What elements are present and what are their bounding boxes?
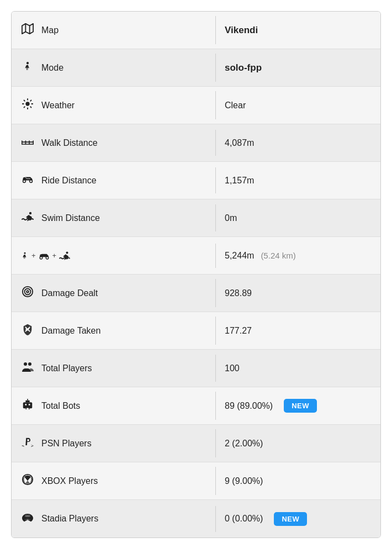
svg-point-3 [27, 62, 29, 64]
walk-value: 4,087m [225, 138, 254, 148]
stadia-label: Stadia Players [41, 514, 98, 524]
damage-taken-icon [20, 323, 35, 338]
table-row: PSN Players 2 (2.00%) [12, 425, 380, 462]
table-row: Swim Distance 0m [12, 199, 380, 237]
swim-label: Swim Distance [41, 213, 100, 223]
svg-rect-18 [33, 140, 34, 145]
map-icon [20, 23, 35, 38]
svg-rect-31 [23, 402, 33, 408]
label-cell-combined: + + [12, 244, 216, 268]
svg-rect-15 [22, 144, 34, 145]
label-cell-psn: PSN Players [12, 429, 216, 457]
weather-icon [20, 98, 35, 113]
swim-icon [20, 211, 35, 225]
svg-rect-32 [25, 404, 27, 405]
value-cell-damage-dealt: 928.89 [216, 282, 380, 305]
xbox-icon [20, 473, 35, 488]
svg-point-29 [24, 362, 27, 366]
plus-1: + [31, 251, 36, 260]
svg-line-11 [30, 101, 31, 101]
combined-walk-icon [20, 250, 29, 261]
ride-value: 1,157m [225, 176, 254, 186]
stadia-value: 0 (0.00%) [225, 514, 263, 524]
map-label: Map [41, 25, 59, 35]
svg-point-24 [46, 256, 49, 259]
bot-icon [20, 398, 35, 413]
label-cell-swim: Swim Distance [12, 204, 216, 231]
svg-point-4 [25, 102, 29, 106]
svg-line-12 [24, 107, 25, 107]
table-row: Mode solo-fpp [12, 49, 380, 87]
value-cell-xbox: 9 (9.00%) [216, 470, 380, 493]
label-cell-ride: Ride Distance [12, 167, 216, 193]
svg-point-39 [25, 515, 30, 517]
ride-icon [20, 174, 35, 187]
svg-rect-34 [27, 408, 29, 409]
combined-car-icon [38, 251, 50, 260]
table-row: Weather Clear [12, 87, 380, 124]
svg-point-28 [27, 291, 29, 293]
table-row: Map Vikendi [12, 12, 380, 49]
plus-2: + [52, 251, 57, 260]
svg-line-9 [24, 101, 25, 101]
label-cell-damage-dealt: Damage Dealt [12, 279, 216, 307]
label-cell-stadia: Stadia Players [12, 506, 216, 532]
stats-table: Map Vikendi Mode solo-fpp [11, 11, 381, 538]
value-cell-walk: 4,087m [216, 131, 380, 155]
svg-marker-0 [22, 24, 33, 34]
label-cell-xbox: XBOX Players [12, 467, 216, 495]
svg-line-10 [30, 107, 31, 107]
stadia-badge: NEW [274, 512, 307, 526]
label-cell-walk: Walk Distance [12, 130, 216, 156]
value-cell-swim: 0m [216, 207, 380, 230]
total-players-value: 100 [225, 363, 240, 373]
combined-value: 5,244m [225, 251, 254, 261]
svg-rect-17 [29, 140, 30, 145]
walk-icon [20, 136, 35, 149]
value-cell-damage-taken: 177.27 [216, 319, 380, 342]
svg-rect-13 [22, 141, 34, 143]
weather-value: Clear [225, 101, 246, 110]
damage-taken-label: Damage Taken [41, 326, 100, 336]
value-cell-ride: 1,157m [216, 169, 380, 192]
ride-label: Ride Distance [41, 176, 97, 186]
table-row: Ride Distance 1,157m [12, 162, 380, 199]
value-cell-weather: Clear [216, 94, 380, 117]
stadia-icon [20, 513, 35, 525]
total-players-icon [20, 361, 35, 375]
svg-point-30 [28, 362, 31, 366]
label-cell-weather: Weather [12, 91, 216, 119]
psn-value: 2 (2.00%) [225, 439, 263, 449]
damage-dealt-label: Damage Dealt [41, 288, 98, 298]
svg-point-20 [30, 180, 33, 183]
svg-point-37 [27, 399, 28, 400]
total-bots-badge: NEW [284, 399, 317, 413]
svg-point-22 [24, 252, 26, 254]
value-cell-stadia: 0 (0.00%) NEW [216, 505, 380, 533]
svg-point-25 [66, 251, 68, 254]
svg-point-23 [40, 256, 43, 259]
total-bots-label: Total Bots [41, 401, 80, 411]
value-cell-combined: 5,244m (5.24 km) [216, 244, 380, 267]
label-cell-damage-taken: Damage Taken [12, 317, 216, 345]
damage-taken-value: 177.27 [225, 326, 252, 336]
value-cell-total-bots: 89 (89.00%) NEW [216, 392, 380, 419]
label-cell-total-bots: Total Bots [12, 392, 216, 420]
xbox-value: 9 (9.00%) [225, 476, 263, 486]
damage-dealt-value: 928.89 [225, 288, 252, 298]
table-row: Stadia Players 0 (0.00%) NEW [12, 500, 380, 538]
total-players-label: Total Players [41, 363, 92, 373]
table-row: Total Bots 89 (89.00%) NEW [12, 387, 380, 425]
xbox-label: XBOX Players [41, 476, 98, 486]
swim-value: 0m [225, 213, 237, 223]
weather-label: Weather [41, 101, 75, 110]
map-value: Vikendi [225, 25, 258, 36]
table-row: + + 5,244m (5.24 km) [12, 237, 380, 275]
table-row: Damage Dealt 928.89 [12, 275, 380, 312]
svg-point-27 [25, 289, 31, 295]
mode-icon [20, 60, 35, 75]
label-cell-mode: Mode [12, 54, 216, 82]
table-row: Damage Taken 177.27 [12, 312, 380, 350]
value-cell-psn: 2 (2.00%) [216, 432, 380, 455]
total-bots-value: 89 (89.00%) [225, 401, 273, 411]
